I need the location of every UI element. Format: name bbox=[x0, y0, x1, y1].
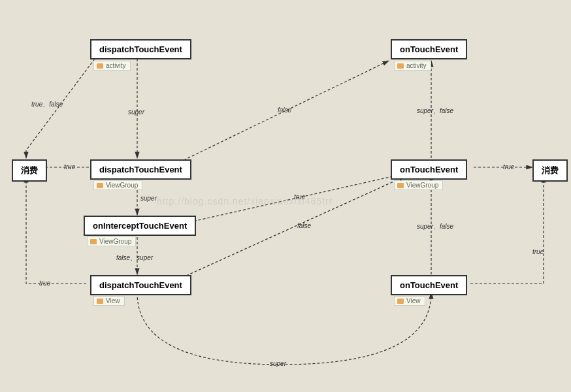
dispatch-viewgroup-node: dispatchTouchEvent bbox=[90, 159, 191, 180]
edge-label-superfalse1: super、false bbox=[417, 106, 453, 116]
touch-viewgroup-badge: ViewGroup bbox=[394, 180, 443, 190]
edge-label-superfalse2: super、false bbox=[417, 222, 453, 231]
edge-label-true1: true bbox=[64, 163, 75, 171]
edge-label-super1: super bbox=[128, 108, 144, 116]
touch-activity-badge: activity bbox=[394, 61, 431, 71]
touch-view-badge: View bbox=[394, 296, 425, 306]
touch-view-node: onTouchEvent bbox=[391, 275, 467, 295]
dispatch-view-node: dispatchTouchEvent bbox=[90, 275, 191, 295]
edge-label-falsesuper: false、super bbox=[116, 253, 153, 263]
dispatch-view-badge: View bbox=[93, 296, 125, 306]
edge-label-true4: true bbox=[39, 280, 50, 287]
watermark: http://blog.csdn.net/xiaoxiaoxixi465trr bbox=[157, 196, 333, 206]
intercept-viewgroup-node: onInterceptTouchEvent bbox=[84, 216, 196, 236]
dispatch-activity-node: dispatchTouchEvent bbox=[90, 39, 191, 59]
edge-label-super2: super bbox=[140, 195, 157, 202]
edge-label-true5: true bbox=[532, 248, 544, 255]
edge-label-false1: false bbox=[278, 106, 291, 114]
dispatch-activity-badge: activity bbox=[93, 61, 131, 71]
touch-viewgroup-node: onTouchEvent bbox=[391, 159, 467, 180]
touch-activity-node: onTouchEvent bbox=[391, 39, 467, 59]
edge-label-false2: false bbox=[297, 222, 311, 229]
edge-label-super3: super bbox=[270, 360, 286, 367]
edge-label-tf1: true、false bbox=[31, 100, 63, 109]
intercept-viewgroup-badge: ViewGroup bbox=[87, 237, 136, 246]
consume-right-node: 消费 bbox=[532, 159, 568, 182]
consume-left-node: 消费 bbox=[12, 159, 47, 182]
edge-label-true2: true bbox=[503, 163, 514, 171]
dispatch-viewgroup-badge: ViewGroup bbox=[93, 180, 142, 190]
